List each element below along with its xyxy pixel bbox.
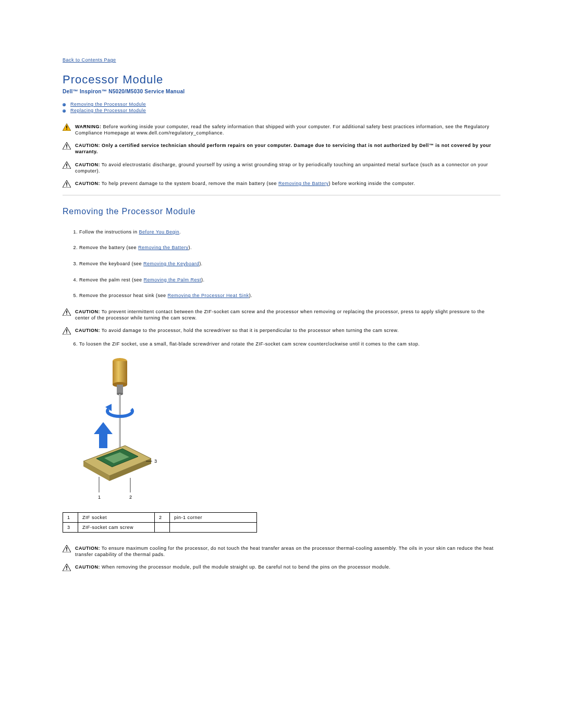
back-to-contents-link[interactable]: Back to Contents Page — [63, 57, 116, 63]
section-heading: Removing the Processor Module — [63, 207, 500, 216]
step-text: Remove the keyboard (see — [79, 261, 143, 266]
page-subtitle: Dell™ Inspiron™ N5020/M5030 Service Manu… — [63, 89, 500, 94]
caution-notice: CAUTION: Only a certified service techni… — [63, 142, 500, 155]
callout-label: pin-1 corner — [170, 512, 257, 522]
svg-rect-41 — [66, 566, 67, 569]
before-you-begin-link[interactable]: Before You Begin — [139, 229, 180, 235]
svg-rect-25 — [119, 394, 120, 454]
step-text: ). — [201, 277, 205, 282]
step-text: Remove the battery (see — [79, 245, 138, 250]
removing-battery-link[interactable]: Removing the Battery — [278, 181, 329, 186]
caution-label: CAUTION: — [75, 546, 100, 551]
table-of-contents: Removing the Processor Module Replacing … — [63, 102, 500, 113]
caution-bold-text: Only a certified service technician shou… — [75, 143, 491, 154]
step-item: Remove the processor heat sink (see Remo… — [79, 292, 500, 299]
caution-icon — [63, 327, 73, 335]
caution-notice: CAUTION: When removing the processor mod… — [63, 564, 500, 571]
removing-keyboard-link[interactable]: Removing the Keyboard — [143, 261, 199, 266]
caution-label: CAUTION: — [75, 181, 100, 186]
caution-notice: CAUTION: To avoid damage to the processo… — [63, 327, 500, 335]
figure-label-1: 1 — [98, 495, 101, 500]
caution-text-after: ) before working inside the computer. — [329, 181, 415, 186]
caution-notice: CAUTION: To ensure maximum cooling for t… — [63, 545, 500, 558]
warning-label: WARNING: — [75, 124, 102, 129]
steps-list-continued: To loosen the ZIF socket, use a small, f… — [63, 341, 500, 348]
caution-text: To prevent intermittent contact between … — [75, 309, 485, 320]
caution-notice: CAUTION: To avoid electrostatic discharg… — [63, 162, 500, 174]
caution-text-before: To help prevent damage to the system boa… — [100, 181, 278, 186]
step-text: Remove the processor heat sink (see — [79, 293, 168, 298]
svg-rect-20 — [113, 361, 127, 385]
page-title: Processor Module — [63, 73, 500, 87]
step-text: ). — [249, 293, 253, 298]
figure-label-2: 2 — [129, 495, 132, 500]
caution-label: CAUTION: — [75, 328, 100, 333]
step-text: . — [179, 229, 181, 235]
caution-icon — [63, 142, 73, 155]
svg-rect-2 — [66, 129, 67, 130]
caution-text: To ensure maximum cooling for the proces… — [75, 546, 494, 557]
svg-rect-16 — [66, 329, 67, 332]
removing-heat-sink-link[interactable]: Removing the Processor Heat Sink — [168, 293, 249, 298]
warning-text: Before working inside your computer, rea… — [75, 124, 489, 135]
svg-rect-7 — [66, 164, 67, 166]
bullet-icon — [63, 103, 66, 106]
svg-rect-13 — [66, 311, 67, 313]
callout-label: ZIF-socket cam screw — [78, 522, 155, 532]
warning-icon — [63, 124, 73, 136]
divider — [63, 195, 500, 195]
callout-num: 2 — [155, 512, 170, 522]
caution-icon — [63, 162, 73, 174]
svg-rect-5 — [66, 147, 67, 149]
step-item: Remove the battery (see Removing the Bat… — [79, 244, 500, 251]
svg-rect-39 — [66, 550, 67, 551]
caution-icon — [63, 564, 73, 571]
toc-link-removing[interactable]: Removing the Processor Module — [70, 102, 146, 107]
processor-figure: 1 2 3 — [68, 357, 500, 503]
svg-rect-17 — [66, 332, 67, 334]
svg-rect-22 — [117, 385, 123, 394]
caution-notice: CAUTION: To prevent intermittent contact… — [63, 309, 500, 321]
step-item: Follow the instructions in Before You Be… — [79, 229, 500, 236]
step-item: Remove the keyboard (see Removing the Ke… — [79, 261, 500, 267]
svg-rect-42 — [66, 569, 67, 570]
callout-label — [170, 522, 257, 532]
callout-label: ZIF socket — [78, 512, 155, 522]
removing-palm-rest-link[interactable]: Removing the Palm Rest — [144, 277, 202, 282]
svg-rect-38 — [66, 547, 67, 550]
svg-rect-1 — [66, 126, 67, 128]
bullet-icon — [63, 109, 66, 113]
caution-label: CAUTION: — [75, 564, 100, 570]
caution-text: When removing the processor module, pull… — [100, 564, 390, 570]
callout-num: 1 — [63, 512, 78, 522]
step-item: To loosen the ZIF socket, use a small, f… — [79, 341, 500, 348]
svg-rect-8 — [66, 167, 67, 168]
svg-rect-4 — [66, 144, 67, 147]
svg-rect-10 — [66, 182, 67, 185]
step-item: Remove the palm rest (see Removing the P… — [79, 277, 500, 283]
step-text: ). — [199, 261, 203, 266]
caution-label: CAUTION: — [75, 309, 100, 314]
svg-rect-11 — [66, 186, 67, 187]
step-text: Follow the instructions in — [79, 229, 139, 235]
steps-list: Follow the instructions in Before You Be… — [63, 229, 500, 299]
callout-table: 1 ZIF socket 2 pin-1 corner 3 ZIF-socket… — [63, 512, 257, 533]
caution-label: CAUTION: — [75, 143, 100, 148]
caution-icon — [63, 309, 73, 321]
caution-label: CAUTION: — [75, 162, 100, 167]
svg-marker-33 — [94, 422, 113, 434]
svg-rect-14 — [66, 314, 67, 315]
caution-icon — [63, 545, 73, 558]
caution-text: To avoid electrostatic discharge, ground… — [75, 162, 488, 174]
callout-num: 3 — [63, 522, 78, 532]
step-text: ). — [189, 245, 192, 250]
removing-battery-link[interactable]: Removing the Battery — [138, 245, 189, 250]
figure-label-3: 3 — [154, 459, 157, 464]
caution-icon — [63, 180, 73, 188]
caution-notice: CAUTION: To help prevent damage to the s… — [63, 180, 500, 188]
callout-num — [155, 522, 170, 532]
caution-text: To avoid damage to the processor, hold t… — [100, 328, 399, 333]
warning-notice: WARNING: Before working inside your comp… — [63, 124, 500, 136]
step-text: Remove the palm rest (see — [79, 277, 144, 282]
toc-link-replacing[interactable]: Replacing the Processor Module — [70, 108, 146, 113]
